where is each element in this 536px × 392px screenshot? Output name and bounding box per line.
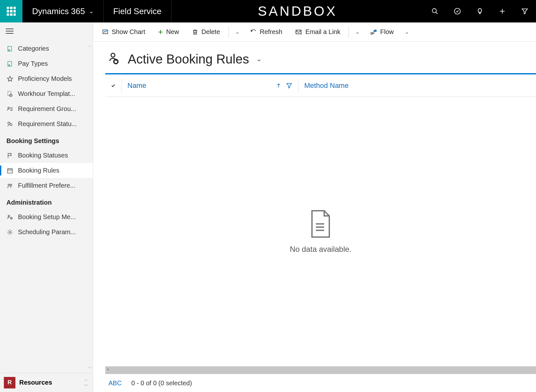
area-label: Resources (19, 379, 84, 386)
refresh-button[interactable]: Refresh (245, 22, 288, 41)
sort-asc-icon[interactable] (276, 82, 281, 89)
area-badge: R (4, 377, 15, 388)
cmd-label: Email a Link (306, 28, 341, 36)
req-group-icon (6, 106, 13, 113)
svg-point-16 (10, 124, 12, 126)
gear-icon (6, 229, 13, 236)
sidebar-item-label: Booking Setup Me... (18, 213, 76, 221)
sidebar-item-proficiency-models[interactable]: Proficiency Models (0, 71, 93, 86)
svg-point-6 (9, 49, 10, 50)
paging-status: 0 - 0 of 0 (0 selected) (131, 379, 192, 387)
sidebar-item-label: Booking Statuses (18, 152, 68, 159)
sidebar-item-label: Proficiency Models (18, 75, 72, 82)
flag-icon (6, 152, 13, 159)
svg-point-22 (8, 184, 10, 186)
svg-point-11 (8, 107, 9, 109)
grid-header-row: Name Method Name (105, 74, 536, 97)
flow-button[interactable]: Flow (365, 22, 399, 41)
app-launcher-button[interactable] (0, 0, 22, 22)
column-filter-button[interactable] (286, 82, 292, 89)
sidebar-item-workhour-templates[interactable]: Workhour Templat... (0, 86, 93, 101)
sidebar-item-fulfillment-preferences[interactable]: Fulfillment Prefere... (0, 178, 93, 193)
column-header-method-name[interactable]: Method Name (298, 81, 354, 90)
email-dropdown-button[interactable]: ⌄ (351, 22, 363, 41)
view-header: Active Booking Rules ⌄ (93, 42, 536, 73)
sidebar-item-label: Booking Rules (18, 167, 59, 174)
people-icon (6, 182, 13, 189)
flow-icon (370, 29, 377, 35)
chart-icon (102, 29, 108, 35)
lightbulb-icon (476, 8, 483, 15)
email-link-button[interactable]: Email a Link (290, 22, 346, 41)
svg-rect-18 (8, 169, 13, 173)
help-button[interactable] (469, 8, 491, 15)
chevron-down-icon: ⌄ (405, 29, 409, 35)
flow-dropdown-button[interactable]: ⌄ (401, 22, 413, 41)
search-button[interactable] (424, 8, 446, 15)
category-icon (6, 45, 13, 52)
svg-point-8 (9, 64, 10, 65)
delete-button[interactable]: Delete (186, 22, 226, 41)
top-nav-bar: Dynamics 365 ⌄ Field Service SANDBOX (0, 0, 536, 22)
trash-icon (192, 29, 198, 35)
data-grid: Name Method Name No data available. (105, 73, 536, 366)
svg-point-23 (10, 184, 12, 186)
svg-rect-28 (296, 30, 301, 34)
new-button[interactable]: + New (152, 22, 185, 41)
chevron-down-icon: ⌄ (235, 29, 239, 35)
area-switcher[interactable]: R Resources ︿﹀ (0, 373, 93, 392)
clock-doc-icon (6, 90, 13, 98)
svg-point-15 (8, 122, 10, 124)
sidebar-item-booking-setup-metadata[interactable]: Booking Setup Me... (0, 209, 93, 225)
column-header-name[interactable]: Name (122, 81, 276, 90)
command-bar: Show Chart + New Delete ⌄ Refresh Email … (93, 22, 536, 42)
sidebar-item-label: Pay Types (18, 60, 48, 67)
sidebar-item-booking-rules[interactable]: Booking Rules (0, 163, 93, 178)
view-selector-button[interactable]: ⌄ (256, 55, 262, 63)
sidebar-item-pay-types[interactable]: Pay Types (0, 56, 93, 71)
filter-button[interactable] (514, 8, 536, 15)
sidebar-item-requirement-statuses[interactable]: Requirement Statu... (0, 116, 93, 132)
select-all-checkbox[interactable] (105, 82, 121, 89)
delete-dropdown-button[interactable]: ⌄ (231, 22, 243, 41)
column-label: Method Name (304, 81, 349, 90)
cmd-label: Refresh (260, 28, 282, 36)
svg-point-2 (454, 8, 460, 14)
funnel-icon (521, 8, 528, 15)
column-label: Name (127, 81, 146, 90)
separator (349, 27, 349, 38)
view-entity-icon (105, 51, 121, 67)
svg-point-25 (11, 217, 12, 219)
sidebar-item-categories[interactable]: Categories (0, 41, 93, 56)
cmd-label: Delete (202, 28, 220, 36)
cmd-label: Show Chart (112, 28, 145, 36)
chevron-down-icon: ⌄ (89, 8, 94, 15)
add-button[interactable] (491, 8, 514, 15)
sidebar-toggle-button[interactable] (0, 22, 93, 41)
svg-point-0 (432, 9, 437, 13)
svg-line-1 (436, 12, 438, 14)
grid-body: No data available. (105, 97, 536, 366)
cmd-label: New (166, 28, 179, 36)
cmd-label: Flow (380, 28, 393, 36)
sidebar-item-scheduling-parameters[interactable]: Scheduling Param... (0, 225, 93, 240)
empty-state-text: No data available. (290, 245, 351, 254)
show-chart-button[interactable]: Show Chart (96, 22, 151, 41)
separator (229, 27, 229, 38)
scroll-down-button[interactable]: ﹀ (88, 365, 92, 371)
task-check-icon (454, 8, 461, 15)
task-button[interactable] (446, 8, 469, 15)
sidebar-item-label: Requirement Statu... (18, 120, 77, 128)
sidebar-item-booking-statuses[interactable]: Booking Statuses (0, 148, 93, 163)
sidebar-item-requirement-groups[interactable]: Requirement Grou... (0, 101, 93, 116)
horizontal-scrollbar[interactable] (105, 366, 536, 374)
environment-label: SANDBOX (171, 0, 424, 22)
svg-rect-29 (371, 32, 373, 34)
alpha-jump-button[interactable]: ABC (108, 379, 122, 387)
brand-dropdown[interactable]: Dynamics 365 ⌄ (22, 0, 104, 22)
search-icon (431, 8, 438, 15)
brand-label: Dynamics 365 (32, 6, 85, 16)
area-chevron-icon: ︿﹀ (84, 377, 93, 388)
req-status-icon (6, 121, 13, 128)
chevron-down-icon: ⌄ (355, 29, 359, 35)
